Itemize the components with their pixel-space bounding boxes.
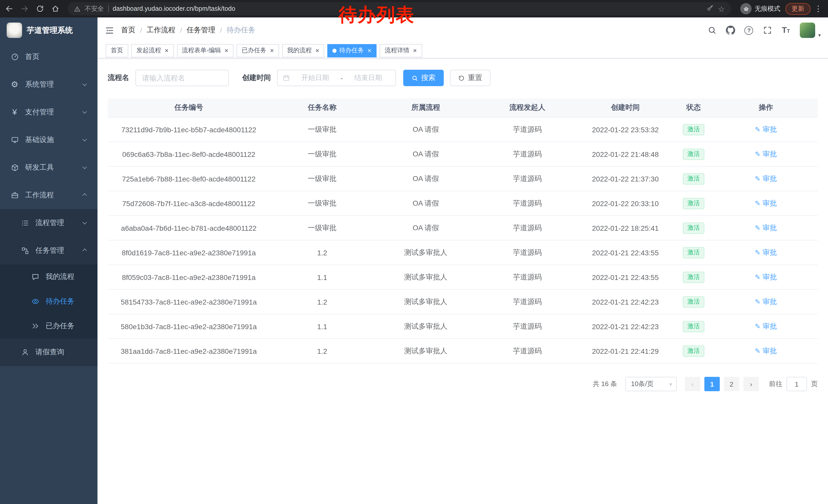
address-bar[interactable]: 不安全 dashboard.yudao.iocoder.cn/bpm/task/… — [68, 2, 731, 15]
tab-close-icon[interactable]: × — [316, 47, 319, 54]
process-name-input[interactable] — [135, 70, 229, 86]
cube-icon — [10, 163, 19, 172]
task-id-cell: 8f0d1619-7ac8-11ec-a9e2-a2380e71991a — [108, 240, 270, 265]
starter-cell: 芋道源码 — [477, 167, 578, 191]
pagination: 共 16 条 10条/页 ▾ ‹ 1 2 › 前往 页 — [97, 364, 828, 391]
approve-link[interactable]: ✎审批 — [755, 248, 777, 257]
tab-close-icon[interactable]: × — [368, 47, 371, 54]
search-icon[interactable] — [703, 17, 721, 43]
goto-page-input[interactable] — [786, 377, 807, 391]
sidebar-item-payment[interactable]: ¥ 支付管理 — [0, 98, 97, 126]
tab[interactable]: 待办任务 × — [328, 44, 377, 57]
fullscreen-icon[interactable] — [759, 17, 776, 43]
forward-icon[interactable] — [17, 2, 32, 16]
created-time-cell: 2022-01-22 21:48:48 — [578, 142, 673, 166]
gear-icon: ⚙ — [10, 80, 19, 89]
breadcrumb-item[interactable]: 任务管理 — [187, 26, 215, 35]
search-button[interactable]: 搜索 — [403, 70, 444, 86]
approve-link[interactable]: ✎审批 — [755, 297, 777, 306]
status-badge: 激活 — [683, 247, 704, 258]
tab[interactable]: 我的流程 × — [282, 44, 325, 57]
next-page-button[interactable]: › — [743, 377, 759, 391]
sidebar-item-label: 工作流程 — [25, 191, 54, 200]
approve-link[interactable]: ✎审批 — [755, 223, 777, 232]
home-icon[interactable] — [48, 2, 63, 16]
task-name-cell: 一级审批 — [270, 118, 374, 141]
task-name-cell: 一级审批 — [270, 167, 374, 191]
page-number-button[interactable]: 2 — [724, 377, 739, 391]
page-size-select[interactable]: 10条/页 ▾ — [625, 377, 677, 391]
sidebar-item-process-management[interactable]: 流程管理 — [0, 209, 97, 237]
tab[interactable]: 流程详情 × — [380, 44, 422, 57]
task-id-cell: 381aa1dd-7ac8-11ec-a9e2-a2380e71991a — [108, 339, 270, 363]
tab[interactable]: 流程表单-编辑 × — [177, 44, 234, 57]
process-cell: 测试多审批人 — [374, 265, 477, 289]
tab-close-icon[interactable]: × — [270, 47, 274, 54]
sidebar-item-done-tasks[interactable]: 已办任务 — [0, 314, 97, 338]
font-size-icon[interactable]: TT — [777, 17, 795, 43]
refresh-icon[interactable] — [33, 2, 47, 16]
approve-link[interactable]: ✎审批 — [755, 174, 777, 183]
active-dot — [333, 48, 337, 53]
task-id-cell: 580e1b3d-7ac8-11ec-a9e2-a2380e71991a — [108, 314, 270, 338]
date-range-picker[interactable]: 开始日期 - 结束日期 — [277, 70, 396, 86]
approve-link[interactable]: ✎审批 — [755, 125, 777, 134]
update-button[interactable]: 更新 — [785, 3, 811, 15]
created-time-cell: 2022-01-21 22:41:29 — [578, 339, 673, 363]
help-icon[interactable]: ? — [740, 17, 758, 43]
tab[interactable]: 首页 — [106, 44, 128, 57]
tab[interactable]: 发起流程 × — [131, 44, 174, 57]
breadcrumb-item[interactable]: 工作流程 — [147, 26, 175, 35]
prev-page-button[interactable]: ‹ — [685, 377, 700, 391]
page-number-button[interactable]: 1 — [704, 377, 720, 391]
start-date-placeholder: 开始日期 — [293, 73, 338, 83]
sidebar-item-my-process[interactable]: 我的流程 — [0, 265, 97, 289]
github-icon[interactable] — [722, 17, 739, 43]
approve-link[interactable]: ✎审批 — [755, 149, 777, 159]
sidebar-item-label: 基础设施 — [25, 135, 54, 145]
back-icon[interactable] — [2, 2, 16, 16]
dropdown-caret-icon[interactable]: ▾ — [818, 32, 821, 43]
column-header: 任务编号 — [108, 98, 270, 117]
starter-cell: 芋道源码 — [477, 240, 578, 265]
sidebar-fold-icon[interactable] — [97, 17, 121, 43]
sidebar-menu: 首页 ⚙ 系统管理 ¥ 支付管理 基础设施 — [0, 43, 97, 504]
sidebar-item-todo-tasks[interactable]: 待办任务 — [0, 289, 97, 314]
browser-menu-icon[interactable]: ⋮ — [814, 4, 823, 13]
starter-cell: 芋道源码 — [477, 142, 578, 166]
app-logo[interactable]: 芋道管理系统 — [0, 17, 97, 43]
tab-close-icon[interactable]: × — [224, 47, 228, 54]
process-cell: OA 请假 — [374, 167, 477, 191]
bookmark-star-icon[interactable]: ☆ — [718, 5, 725, 12]
approve-link[interactable]: ✎审批 — [755, 322, 777, 331]
avatar[interactable] — [800, 22, 815, 38]
task-name-cell: 1.2 — [270, 290, 374, 314]
tab[interactable]: 已办任务 × — [237, 44, 279, 57]
briefcase-icon — [10, 191, 19, 200]
sidebar-item-infrastructure[interactable]: 基础设施 — [0, 126, 97, 154]
password-key-icon[interactable] — [706, 4, 714, 13]
created-time-cell: 2022-01-21 22:42:23 — [578, 314, 673, 338]
approve-link[interactable]: ✎审批 — [755, 273, 777, 282]
refresh-icon — [458, 75, 465, 81]
sidebar-item-task-management[interactable]: 任务管理 — [0, 237, 97, 265]
breadcrumb-item[interactable]: 首页 — [121, 26, 135, 35]
created-time-cell: 2022-01-22 18:25:41 — [578, 216, 673, 240]
tab-close-icon[interactable]: × — [413, 47, 417, 54]
sidebar-item-home[interactable]: 首页 — [0, 43, 97, 71]
reset-button[interactable]: 重置 — [450, 70, 490, 86]
app-title: 芋道管理系统 — [27, 26, 73, 35]
approve-link[interactable]: ✎审批 — [755, 346, 777, 356]
breadcrumb-item-current: 待办任务 — [226, 26, 255, 35]
starter-cell: 芋道源码 — [477, 265, 578, 289]
created-time-cell: 2022-01-22 21:37:30 — [578, 167, 673, 191]
process-cell: OA 请假 — [374, 191, 477, 215]
sidebar-item-workflow[interactable]: 工作流程 — [0, 182, 97, 209]
sidebar-item-leave-query[interactable]: 请假查询 — [0, 338, 97, 366]
sidebar-item-system[interactable]: ⚙ 系统管理 — [0, 71, 97, 98]
sidebar-item-devtools[interactable]: 研发工具 — [0, 154, 97, 182]
tab-close-icon[interactable]: × — [165, 47, 169, 54]
approve-link[interactable]: ✎审批 — [755, 199, 777, 208]
flow-icon — [20, 246, 29, 255]
incognito-icon — [740, 3, 752, 14]
